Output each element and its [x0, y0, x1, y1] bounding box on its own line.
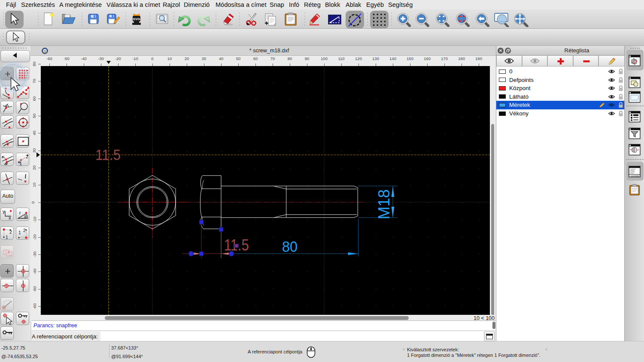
- svg-text:80: 80: [282, 238, 298, 255]
- svg-text:r: r: [19, 211, 21, 215]
- svg-text:a: a: [24, 214, 27, 219]
- svg-text:1: 1: [18, 230, 21, 235]
- svg-text:y: y: [3, 209, 5, 214]
- svg-text:2: 2: [23, 228, 26, 233]
- svg-text:SVG: SVG: [133, 17, 140, 21]
- svg-text:11.5: 11.5: [95, 147, 121, 163]
- svg-text:command: command: [631, 175, 639, 177]
- svg-text:M18: M18: [375, 190, 393, 220]
- svg-text:2: 2: [9, 230, 12, 235]
- svg-text:1: 1: [6, 235, 8, 240]
